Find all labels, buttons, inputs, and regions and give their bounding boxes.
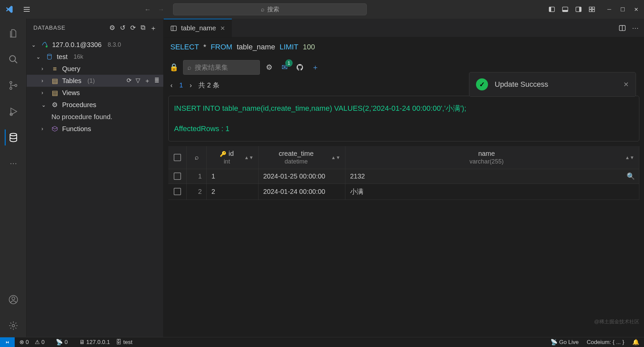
mysql-icon: [41, 41, 49, 48]
status-warnings[interactable]: ⚠ 0: [35, 339, 44, 346]
toast-message: Update Success: [495, 80, 548, 89]
add-connection-icon[interactable]: ＋: [150, 24, 157, 33]
sort-icon[interactable]: ▲▼: [331, 155, 340, 160]
nav-forward-icon[interactable]: →: [156, 4, 166, 15]
toast-close-icon[interactable]: ✕: [623, 80, 629, 88]
functions-node[interactable]: › Functions: [27, 123, 163, 135]
col-header-id[interactable]: 🔑idint ▲▼: [207, 146, 259, 169]
tables-icon: ▤: [51, 77, 59, 85]
status-errors[interactable]: ⊗ 0: [19, 339, 29, 346]
cell-name[interactable]: 小满: [345, 184, 639, 200]
remote-indicator-icon[interactable]: [0, 337, 15, 347]
window-minimize-icon[interactable]: ─: [605, 5, 613, 13]
layout-bottom-icon[interactable]: [561, 5, 569, 13]
svg-rect-8: [589, 10, 592, 12]
account-icon[interactable]: [5, 292, 21, 308]
github-icon[interactable]: [294, 61, 306, 73]
collapse-all-icon[interactable]: ⧉: [141, 24, 145, 33]
cell-name[interactable]: 2132🔍: [345, 169, 639, 184]
status-host[interactable]: 🖥 127.0.0.1: [79, 339, 110, 346]
cell-id[interactable]: 1: [207, 169, 259, 184]
prev-page-icon[interactable]: ‹: [170, 81, 173, 89]
status-port[interactable]: 📡 0: [56, 339, 67, 346]
tables-node[interactable]: › ▤ Tables (1) ⟳ ▽ ＋ ≣: [27, 75, 163, 87]
chevron-down-icon: ⌄: [36, 54, 42, 60]
table-row[interactable]: 1 1 2024-01-25 00:00:00 2132🔍: [168, 169, 639, 184]
status-bell-icon[interactable]: 🔔: [632, 339, 639, 346]
query-node[interactable]: › ≡ Query: [27, 63, 163, 75]
tab-label: table_name: [181, 24, 216, 32]
split-editor-icon[interactable]: [619, 24, 626, 32]
next-page-icon[interactable]: ›: [190, 81, 192, 89]
table-row[interactable]: 2 2 2024-01-24 00:00:00 小满: [168, 184, 639, 200]
window-close-icon[interactable]: ✕: [632, 5, 640, 13]
page-number[interactable]: 1: [179, 81, 183, 89]
svg-rect-3: [562, 10, 568, 12]
procedures-node[interactable]: ⌄ ⚙ Procedures: [27, 99, 163, 111]
row-number: 2: [187, 184, 207, 200]
explorer-icon[interactable]: [5, 25, 21, 41]
svg-point-12: [10, 87, 12, 89]
database-activity-icon[interactable]: [5, 129, 21, 145]
layout-right-icon[interactable]: [575, 5, 583, 13]
row-checkbox[interactable]: [168, 169, 187, 184]
source-control-icon[interactable]: [5, 77, 21, 93]
sort-icon[interactable]: ▲▼: [625, 155, 634, 160]
hamburger-menu-icon[interactable]: [21, 4, 32, 15]
nav-back-icon[interactable]: ←: [142, 4, 153, 15]
col-header-name[interactable]: namevarchar(255) ▲▼: [345, 146, 639, 169]
views-node[interactable]: › ▤ Views: [27, 87, 163, 99]
editor-area: table_name ✕ ⋯ SELECT * FROM table_name …: [164, 19, 644, 337]
row-checkbox[interactable]: [168, 184, 187, 200]
add-table-icon[interactable]: ＋: [144, 77, 150, 85]
status-golive[interactable]: 📡 Go Live: [550, 339, 579, 346]
search-col-icon[interactable]: ⌕: [187, 146, 207, 169]
select-all-checkbox[interactable]: [168, 146, 187, 169]
sort-icon[interactable]: ▲▼: [244, 155, 254, 160]
svg-rect-6: [589, 7, 592, 9]
lock-icon[interactable]: 🔒: [168, 61, 180, 73]
cell-create-time[interactable]: 2024-01-24 00:00:00: [259, 184, 345, 200]
result-search-input[interactable]: ⌕ 搜索结果集: [183, 60, 260, 75]
debug-icon[interactable]: [5, 103, 21, 119]
result-grid: ⌕ 🔑idint ▲▼ create_timedatetime ▲▼ namev…: [168, 146, 639, 200]
svg-point-13: [15, 84, 17, 86]
window-maximize-icon[interactable]: ☐: [619, 5, 627, 13]
search-activity-icon[interactable]: [5, 51, 21, 67]
settings-gear-icon[interactable]: [5, 318, 21, 334]
cell-id[interactable]: 2: [207, 184, 259, 200]
svg-point-19: [46, 46, 48, 48]
more-icon[interactable]: ⋯: [5, 155, 21, 171]
panel-icon: [170, 25, 177, 32]
status-codeium[interactable]: Codeium: { ... }: [587, 339, 624, 346]
status-db[interactable]: 🗄 test: [116, 339, 132, 346]
settings-result-icon[interactable]: ⚙: [263, 61, 275, 73]
chevron-down-icon: ⌄: [41, 102, 47, 108]
title-bar: ← → ⌕ 搜索 ─ ☐ ✕: [0, 0, 644, 19]
activity-bar: ⋯: [0, 19, 27, 337]
list-icon[interactable]: ≣: [154, 77, 159, 85]
database-node[interactable]: ⌄ test 16k: [27, 51, 163, 63]
filter-icon[interactable]: ▽: [136, 77, 140, 85]
settings-icon[interactable]: ⚙: [109, 24, 115, 33]
svg-point-10: [9, 56, 15, 62]
title-search-input[interactable]: ⌕ 搜索: [173, 3, 367, 15]
tab-close-icon[interactable]: ✕: [220, 25, 225, 32]
svg-point-15: [10, 133, 17, 136]
layout-grid-icon[interactable]: [588, 5, 596, 13]
chevron-down-icon: ⌄: [31, 42, 37, 48]
tab-table-name[interactable]: table_name ✕: [164, 19, 232, 37]
more-actions-icon[interactable]: ⋯: [632, 24, 639, 32]
mail-icon[interactable]: ✉1: [279, 61, 291, 73]
zoom-icon[interactable]: 🔍: [627, 172, 635, 180]
add-row-icon[interactable]: ＋: [309, 61, 321, 73]
layout-primary-icon[interactable]: [548, 5, 556, 13]
tab-bar: table_name ✕ ⋯: [164, 19, 644, 37]
refresh-icon[interactable]: ⟳: [130, 24, 136, 33]
status-bar: ⊗ 0 ⚠ 0 📡 0 🖥 127.0.0.1 🗄 test 📡 Go Live…: [0, 337, 644, 347]
connection-node[interactable]: ⌄ 127.0.0.1@3306 8.3.0: [27, 39, 163, 51]
history-icon[interactable]: ↺: [120, 24, 126, 33]
cell-create-time[interactable]: 2024-01-25 00:00:00: [259, 169, 345, 184]
refresh-tables-icon[interactable]: ⟳: [127, 77, 132, 85]
col-header-create-time[interactable]: create_timedatetime ▲▼: [259, 146, 345, 169]
